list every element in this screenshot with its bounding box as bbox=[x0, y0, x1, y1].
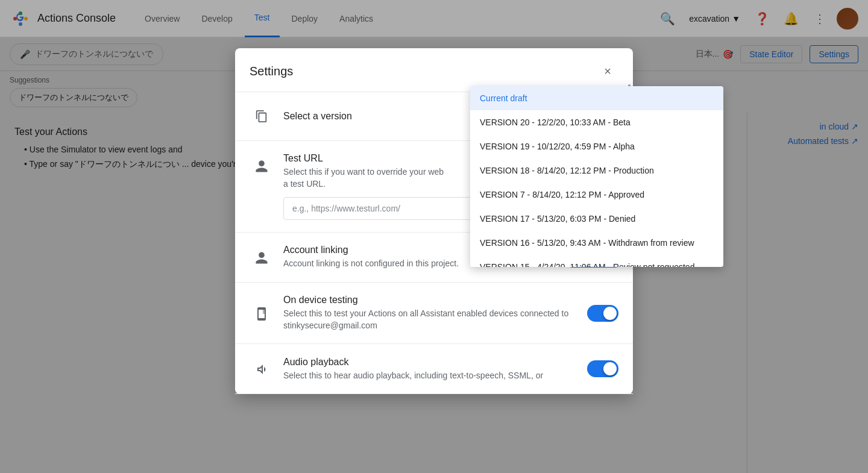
audio-desc: Select this to hear audio playback, incl… bbox=[283, 370, 577, 382]
on-device-desc: Select this to test your Actions on all … bbox=[283, 308, 577, 331]
dropdown-item-5[interactable]: VERSION 17 - 5/13/20, 6:03 PM - Denied bbox=[470, 207, 723, 231]
dropdown-item-6[interactable]: VERSION 16 - 5/13/20, 9:43 AM - Withdraw… bbox=[470, 231, 723, 255]
audio-toggle-wrapper bbox=[587, 360, 618, 377]
device-icon bbox=[250, 302, 274, 326]
dropdown-item-4[interactable]: VERSION 7 - 8/14/20, 12:12 PM - Approved bbox=[470, 183, 723, 207]
settings-modal: Settings × Select a version Current draf… bbox=[235, 48, 633, 394]
account-icon bbox=[250, 246, 274, 270]
audio-title: Audio playback bbox=[283, 357, 577, 368]
modal-title: Settings bbox=[250, 64, 293, 78]
audio-playback-section: Audio playback Select this to hear audio… bbox=[235, 344, 633, 394]
on-device-row: On device testing Select this to test yo… bbox=[250, 295, 618, 331]
on-device-section: On device testing Select this to test yo… bbox=[235, 283, 633, 344]
on-device-title: On device testing bbox=[283, 295, 577, 305]
dropdown-item-0[interactable]: Current draft bbox=[470, 86, 723, 110]
modal-close-button[interactable]: × bbox=[597, 60, 618, 82]
on-device-toggle[interactable] bbox=[587, 305, 618, 322]
dropdown-item-7[interactable]: VERSION 15 - 4/24/20, 11:06 AM - Review … bbox=[470, 255, 723, 267]
copy-icon bbox=[250, 104, 274, 128]
dropdown-item-2[interactable]: VERSION 19 - 10/12/20, 4:59 PM - Alpha bbox=[470, 134, 723, 158]
svg-rect-5 bbox=[263, 308, 265, 314]
version-dropdown-container: Current draft VERSION 20 - 12/2/20, 10:3… bbox=[470, 86, 723, 267]
audio-content: Audio playback Select this to hear audio… bbox=[283, 357, 577, 382]
audio-toggle[interactable] bbox=[587, 360, 618, 377]
version-section: Select a version Current draft VERSION 2… bbox=[235, 92, 633, 141]
version-label: Select a version bbox=[283, 111, 352, 122]
version-dropdown-menu[interactable]: Current draft VERSION 20 - 12/2/20, 10:3… bbox=[470, 86, 723, 267]
audio-icon bbox=[250, 357, 274, 381]
audio-row: Audio playback Select this to hear audio… bbox=[250, 356, 618, 381]
dropdown-item-3[interactable]: VERSION 18 - 8/14/20, 12:12 PM - Product… bbox=[470, 158, 723, 183]
on-device-toggle-wrapper bbox=[587, 305, 618, 322]
dropdown-item-1[interactable]: VERSION 20 - 12/2/20, 10:33 AM - Beta bbox=[470, 110, 723, 134]
on-device-content: On device testing Select this to test yo… bbox=[283, 295, 577, 331]
person-icon bbox=[250, 154, 274, 178]
